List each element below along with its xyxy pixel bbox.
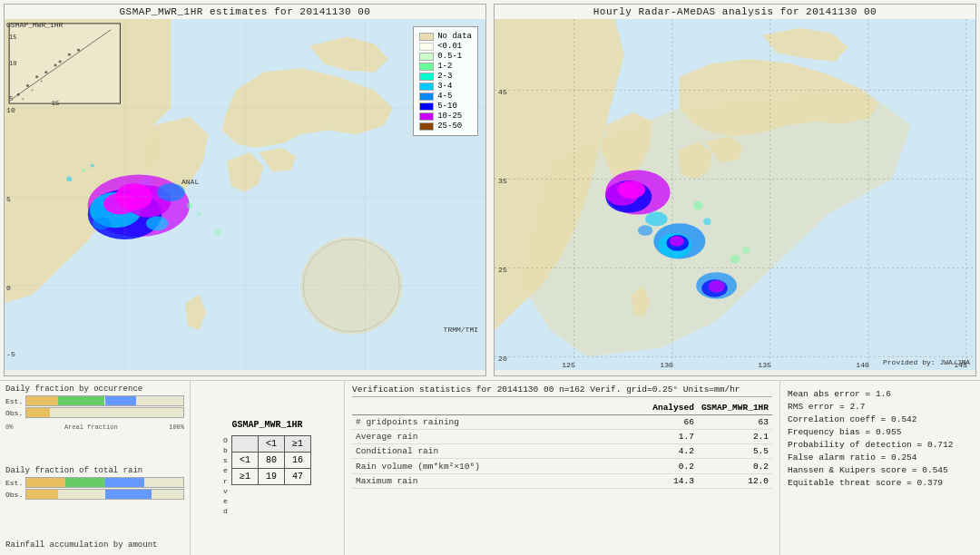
bar-blue-obs2: [105, 490, 152, 499]
stats-header-gsmap: GSMAP_MWR_1HR: [698, 401, 772, 415]
accumulation-title: Rainfall accumulation by amount: [5, 540, 184, 550]
rain-chart: Est. Obs.: [5, 477, 184, 500]
svg-text:35: 35: [498, 177, 507, 185]
legend-item-lt001: <0.01: [419, 42, 472, 51]
stats-row: Maximum rain 14.3 12.0: [352, 474, 772, 489]
stats-row-label: # gridpoints raining: [352, 415, 643, 430]
legend-item-05-1: 0.5-1: [419, 52, 472, 61]
svg-point-60: [703, 218, 710, 225]
accumulation-section: Rainfall accumulation by amount: [5, 540, 184, 551]
svg-point-59: [693, 201, 702, 210]
stats-row: Conditional rain 4.2 5.5: [352, 444, 772, 459]
svg-rect-18: [9, 24, 120, 103]
bar-light2-obs1: [105, 408, 184, 417]
svg-text:15: 15: [52, 100, 60, 107]
bar-light-1: [136, 396, 183, 405]
legend-color-lt001: [419, 43, 434, 51]
svg-point-62: [742, 247, 750, 254]
stats-row-gsmap: 12.0: [698, 474, 772, 489]
est-label-2: Est.: [5, 479, 25, 487]
stats-row: Average rain 1.7 2.1: [352, 430, 772, 444]
svg-point-20: [26, 84, 29, 87]
legend-label-2-3: 2-3: [437, 72, 452, 81]
right-map-title: Hourly Radar-AMeDAS analysis for 2014113…: [495, 5, 975, 19]
legend-color-10-25: [419, 112, 434, 121]
svg-point-8: [146, 217, 168, 231]
svg-text:140: 140: [856, 361, 869, 369]
stats-row-label: Maximum rain: [352, 474, 643, 489]
legend-color-5-10: [419, 102, 434, 111]
stats-row-analysed: 14.3: [643, 474, 698, 489]
rain-title: Daily fraction of total rain: [5, 466, 184, 475]
legend-label-1-2: 1-2: [437, 62, 452, 71]
svg-point-15: [214, 229, 220, 235]
svg-point-61: [730, 255, 740, 264]
empty-header: [231, 435, 258, 452]
bar-light2-obs2: [152, 490, 183, 499]
stats-row: # gridpoints raining 66 63: [352, 415, 772, 430]
metrics-container: Mean abs error = 1.6RMS error = 2.7Corre…: [788, 389, 973, 488]
legend-item-3-4: 3-4: [419, 82, 472, 91]
legend-color-1-2: [419, 63, 434, 71]
cell-d: 47: [284, 468, 310, 484]
bar-container-obs1: [25, 407, 184, 418]
stats-row-analysed: 66: [643, 415, 698, 430]
metric-item: Correlation coeff = 0.542: [788, 414, 973, 424]
svg-text:20: 20: [498, 355, 507, 363]
stats-row-gsmap: 0.2: [698, 459, 772, 474]
legend-label-5-10: 5-10: [437, 102, 457, 111]
legend-item-4-5: 4-5: [419, 92, 472, 101]
metric-item: Frequency bias = 0.955: [788, 427, 973, 437]
right-map-canvas: 45 35 25 20 125 130 135 140 145 Provided…: [495, 19, 975, 370]
legend-panel: No data <0.01 0.5-1 1-2: [413, 26, 478, 136]
stats-tbody: # gridpoints raining 66 63 Average rain …: [352, 415, 772, 489]
bar-axis-1: 0% Areal fraction 100%: [5, 424, 184, 431]
svg-point-57: [645, 212, 667, 227]
stats-row-gsmap: 5.5: [698, 444, 772, 459]
bar-green-1: [58, 396, 105, 405]
charts-panel: Daily fraction by occurrence Est. Obs.: [0, 381, 191, 555]
svg-text:10: 10: [6, 106, 15, 114]
row-ge1: ≥1: [231, 468, 258, 484]
bottom-row: Daily fraction by occurrence Est. Obs.: [0, 381, 980, 555]
legend-label-4-5: 4-5: [437, 92, 452, 101]
svg-text:5: 5: [9, 95, 13, 102]
obs-side-label: Observed: [223, 435, 228, 517]
svg-point-49: [618, 180, 646, 199]
legend-label-10-25: 10-25: [437, 112, 462, 121]
contingency-panel: GSMAP_MWR_1HR Observed <1 ≥1: [191, 381, 345, 555]
trmm-label: TRMM/TMI: [444, 326, 478, 334]
bar-row-est2: Est.: [5, 477, 184, 488]
legend-label-05-1: 0.5-1: [437, 52, 462, 61]
legend-color-2-3: [419, 73, 434, 81]
svg-text:25: 25: [498, 266, 507, 274]
svg-point-27: [22, 98, 24, 100]
svg-point-10: [66, 176, 72, 181]
contingency-table-wrapper: <1 ≥1 <1 80 16 ≥1: [231, 435, 311, 517]
svg-point-29: [41, 81, 43, 83]
legend-label-25-50: 25-50: [437, 122, 462, 131]
bar-row-obs1: Obs.: [5, 407, 184, 418]
legend-color-25-50: [419, 122, 434, 131]
axis-end-1: 100%: [169, 424, 184, 431]
svg-point-9: [93, 217, 111, 229]
est-label-1: Est.: [5, 397, 25, 405]
contingency-table: <1 ≥1 <1 80 16 ≥1: [231, 435, 311, 485]
legend-item-nodata: No data: [419, 32, 472, 41]
svg-point-53: [670, 236, 684, 247]
svg-point-21: [35, 75, 38, 78]
gsmap-corner-label: GSMAP_MWR_1HR: [6, 21, 63, 29]
contingency-wrapper: Observed <1 ≥1 <1: [223, 435, 311, 517]
occurrence-section: Daily fraction by occurrence Est. Obs.: [5, 385, 184, 431]
legend-label-lt001: <0.01: [437, 42, 462, 51]
cell-b: 16: [284, 452, 310, 468]
stats-title: Verification statistics for 20141130 00 …: [352, 385, 772, 397]
legend-label-3-4: 3-4: [437, 82, 452, 91]
bar-row-est1: Est.: [5, 395, 184, 406]
svg-point-58: [638, 225, 652, 236]
contingency-row-1: <1 80 16: [231, 452, 310, 468]
legend-color-4-5: [419, 92, 434, 101]
stats-row-gsmap: 63: [698, 415, 772, 430]
legend-color-05-1: [419, 53, 434, 61]
svg-text:135: 135: [758, 361, 771, 369]
